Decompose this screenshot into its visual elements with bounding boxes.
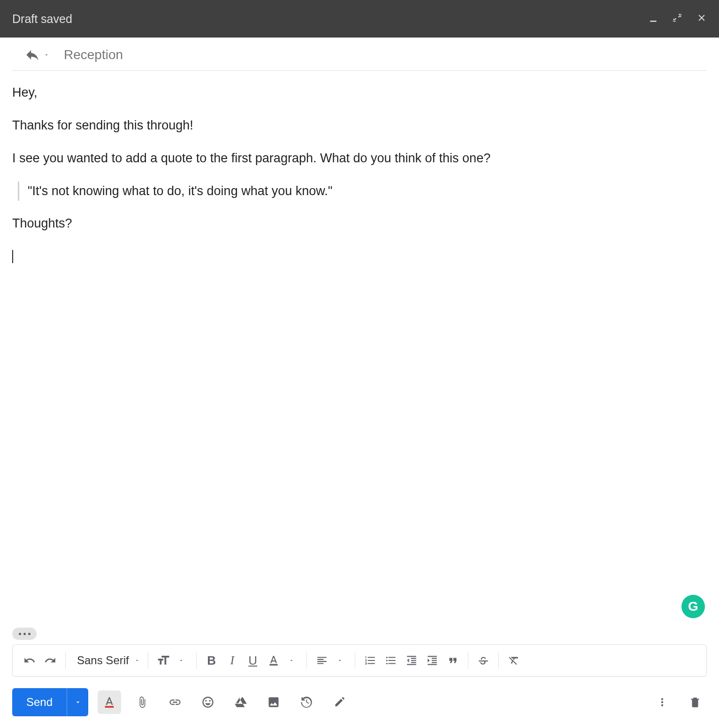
separator [148,652,148,669]
strikethrough-button[interactable] [473,650,494,671]
send-label: Send [26,696,53,709]
reply-type-dropdown[interactable] [24,47,50,63]
send-button-group: Send [12,688,88,716]
insert-photo-button[interactable] [262,690,285,714]
image-icon [267,696,280,709]
pen-icon [333,696,345,708]
bold-button[interactable]: B [201,650,222,671]
reply-arrow-icon [24,47,40,63]
body-quote: "It's not knowing what to do, it's doing… [18,182,707,201]
close-button[interactable] [696,12,707,26]
bulleted-list-icon [385,654,397,667]
outdent-button[interactable] [401,650,422,671]
formatting-toolbar: Sans Serif B I U [12,645,707,676]
grammarly-badge[interactable]: G [681,595,705,618]
send-button[interactable]: Send [12,688,67,716]
emoji-icon [201,696,214,709]
dot-icon [28,633,31,635]
insert-signature-button[interactable] [328,690,351,714]
separator [498,652,499,669]
body-paragraph: I see you wanted to add a quote to the f… [12,149,707,168]
link-icon [168,696,182,709]
svg-rect-2 [105,706,114,708]
dot-icon [19,633,21,635]
indent-button[interactable] [422,650,443,671]
body-paragraph: Thoughts? [12,214,707,234]
separator [355,652,355,669]
text-color-icon [268,654,280,667]
body-paragraph: Hey, [12,83,707,103]
insert-link-button[interactable] [163,690,187,714]
window-controls [649,12,707,26]
caret-down-icon [289,658,294,663]
caret-down-icon [178,658,184,663]
ordered-list-icon [364,654,376,667]
italic-button[interactable]: I [222,650,243,671]
text-size-icon [156,653,170,667]
drive-icon [234,696,247,709]
align-caret[interactable] [329,650,350,671]
body-paragraph: Thanks for sending this through! [12,116,707,136]
text-color-caret[interactable] [281,650,302,671]
trash-icon [689,696,701,708]
titlebar-title: Draft saved [12,12,649,26]
text-cursor [12,250,13,263]
align-left-icon [316,654,328,667]
quote-button[interactable] [443,650,463,671]
numbered-list-button[interactable] [360,650,381,671]
quote-icon [447,654,459,667]
bottom-action-bar: Send [0,676,719,728]
text-format-icon [103,696,116,709]
clear-format-icon [508,654,520,667]
font-family-dropdown[interactable]: Sans Serif [70,654,143,667]
subject-field[interactable]: Reception [64,47,123,62]
compose-titlebar: Draft saved [0,0,719,38]
show-trimmed-button[interactable] [12,628,37,640]
strikethrough-icon [477,654,490,667]
redo-button[interactable] [40,650,61,671]
svg-rect-0 [650,21,656,22]
bulleted-list-button[interactable] [381,650,401,671]
dot-icon [23,633,26,635]
separator [468,652,468,669]
underline-button[interactable]: U [243,650,263,671]
lock-clock-icon [300,696,313,709]
remove-formatting-button[interactable] [504,650,524,671]
minimize-button[interactable] [649,12,658,26]
caret-down-icon [337,658,343,663]
popout-button[interactable] [672,12,682,26]
more-options-button[interactable] [650,690,674,714]
subject-row: Reception [12,38,707,71]
svg-rect-1 [269,664,277,666]
caret-down-icon [43,52,50,58]
insert-emoji-button[interactable] [196,690,220,714]
separator [306,652,307,669]
indent-increase-icon [426,654,438,667]
separator [65,652,66,669]
font-family-label: Sans Serif [77,654,129,667]
indent-decrease-icon [405,654,418,667]
discard-draft-button[interactable] [683,690,707,714]
caret-down-icon [74,698,82,706]
more-vert-icon [656,696,668,708]
caret-down-icon [134,657,140,664]
confidential-mode-button[interactable] [295,690,318,714]
undo-button[interactable] [19,650,40,671]
paperclip-icon [136,696,148,708]
insert-drive-button[interactable] [229,690,252,714]
attach-file-button[interactable] [130,690,154,714]
grammarly-g: G [688,596,698,616]
separator [196,652,197,669]
font-size-caret[interactable] [171,650,191,671]
send-options-dropdown[interactable] [67,688,88,716]
message-body[interactable]: Hey, Thanks for sending this through! I … [0,71,719,628]
formatting-options-toggle[interactable] [98,690,121,714]
